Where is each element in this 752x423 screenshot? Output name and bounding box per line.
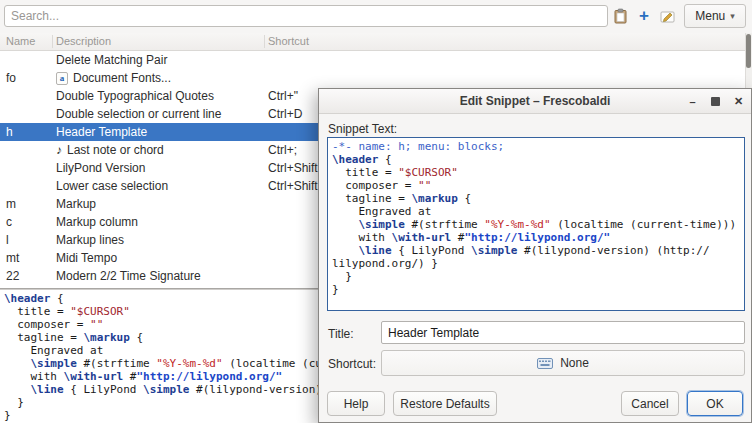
code-line: \line { LilyPond \simple #(lilypond-vers… — [332, 244, 740, 257]
cell-description: Double Typographical Quotes — [56, 87, 214, 105]
snippet-code: -*- name: h; menu: blocks;\header { titl… — [332, 140, 740, 296]
edit-snippet-dialog: Edit Snippet – Frescobaldi – ✕ Snippet T… — [318, 88, 752, 423]
column-divider — [264, 35, 265, 48]
cell-name: l — [6, 231, 9, 249]
cell-shortcut: Ctrl+" — [268, 87, 298, 105]
description-text: Double Typographical Quotes — [56, 87, 214, 105]
edit-snippet-button[interactable] — [657, 6, 677, 26]
table-row[interactable]: Delete Matching Pair — [0, 51, 745, 69]
cell-description: Modern 2/2 Time Signature — [56, 267, 201, 285]
window-controls: – ✕ — [685, 89, 746, 114]
cell-name: mt — [6, 249, 19, 267]
column-header-name[interactable]: Name — [6, 35, 35, 47]
cell-description: Double selection or current line — [56, 105, 221, 123]
table-row[interactable]: foaDocument Fonts... — [0, 69, 745, 87]
plus-icon: + — [639, 7, 649, 25]
title-label: Title: — [328, 327, 354, 341]
cell-description: Lower case selection — [56, 177, 168, 195]
fonts-icon: a — [56, 72, 68, 85]
minimize-button[interactable]: – — [685, 94, 700, 109]
cell-shortcut: Ctrl+D — [268, 105, 302, 123]
menu-button-label: Menu — [695, 9, 725, 23]
cell-name: m — [6, 195, 16, 213]
keyboard-icon — [537, 358, 553, 369]
table-header: Name Description Shortcut — [0, 33, 745, 51]
column-divider — [52, 35, 53, 48]
cell-description: Markup — [56, 195, 96, 213]
code-line: } — [332, 270, 740, 283]
minimize-icon: – — [689, 96, 695, 108]
cell-name: 22 — [6, 267, 19, 285]
maximize-button[interactable] — [708, 94, 723, 109]
cell-shortcut: Ctrl+Shift — [268, 177, 318, 195]
clipboard-icon — [613, 8, 628, 24]
description-text: Document Fonts... — [73, 69, 171, 87]
description-text: Lower case selection — [56, 177, 168, 195]
cell-description: Delete Matching Pair — [56, 51, 167, 69]
snippet-text-editor[interactable]: -*- name: h; menu: blocks;\header { titl… — [327, 137, 745, 311]
add-snippet-button[interactable]: + — [634, 6, 654, 26]
search-input[interactable] — [4, 5, 608, 27]
maximize-icon — [711, 97, 720, 106]
code-line: -*- name: h; menu: blocks; — [332, 140, 740, 153]
code-line: } — [332, 283, 740, 296]
cell-description: aDocument Fonts... — [56, 69, 171, 87]
description-text: LilyPond Version — [56, 159, 145, 177]
description-text: Double selection or current line — [56, 105, 221, 123]
ok-button[interactable]: OK — [687, 391, 743, 416]
cell-description: LilyPond Version — [56, 159, 145, 177]
cell-name: c — [6, 213, 12, 231]
description-text: Markup column — [56, 213, 138, 231]
description-text: Markup — [56, 195, 96, 213]
cell-description: Midi Tempo — [56, 249, 117, 267]
title-field[interactable] — [381, 321, 745, 344]
description-text: Delete Matching Pair — [56, 51, 167, 69]
scrollbar-thumb[interactable] — [746, 34, 751, 68]
dialog-title: Edit Snippet – Frescobaldi — [460, 94, 611, 108]
cell-description: Header Template — [56, 123, 147, 141]
cell-name: h — [6, 123, 13, 141]
snippet-toolbar: + Menu ▾ — [0, 0, 752, 33]
code-line: \header { — [332, 153, 740, 166]
column-header-shortcut[interactable]: Shortcut — [268, 35, 309, 47]
description-text: Midi Tempo — [56, 249, 117, 267]
code-line: \simple #(strftime "%Y-%m-%d" (localtime… — [332, 218, 740, 231]
cell-description: Markup column — [56, 213, 138, 231]
code-line: Engraved at — [332, 205, 740, 218]
shortcut-label: Shortcut: — [328, 357, 376, 371]
code-line: with \with-url #"http://lilypond.org/" — [332, 231, 740, 244]
description-text: Markup lines — [56, 231, 124, 249]
close-button[interactable]: ✕ — [731, 94, 746, 109]
close-icon: ✕ — [734, 95, 743, 108]
cell-description: ♪Last note or chord — [56, 141, 164, 159]
restore-defaults-button[interactable]: Restore Defaults — [393, 391, 497, 416]
help-button[interactable]: Help — [327, 391, 385, 416]
snippet-text-label: Snippet Text: — [328, 122, 397, 136]
pencil-icon — [660, 9, 675, 24]
cell-name: fo — [6, 69, 16, 87]
cell-shortcut: Ctrl+Shift — [268, 159, 318, 177]
description-text: Modern 2/2 Time Signature — [56, 267, 201, 285]
paste-snippet-button[interactable] — [610, 6, 630, 26]
description-text: Last note or chord — [67, 141, 164, 159]
shortcut-button[interactable]: None — [381, 350, 745, 376]
column-header-description[interactable]: Description — [56, 35, 111, 47]
code-line: lilypond.org/) } — [332, 257, 740, 270]
note-icon: ♪ — [56, 141, 62, 159]
menu-button[interactable]: Menu ▾ — [684, 4, 746, 28]
description-text: Header Template — [56, 123, 147, 141]
shortcut-value: None — [560, 356, 589, 370]
dialog-titlebar[interactable]: Edit Snippet – Frescobaldi – ✕ — [319, 89, 751, 114]
code-line: title = "$CURSOR" — [332, 166, 740, 179]
cell-description: Markup lines — [56, 231, 124, 249]
chevron-down-icon: ▾ — [730, 11, 735, 21]
cancel-button[interactable]: Cancel — [621, 391, 679, 416]
code-line: composer = "" — [332, 179, 740, 192]
cell-shortcut: Ctrl+; — [268, 141, 297, 159]
code-line: tagline = \markup { — [332, 192, 740, 205]
